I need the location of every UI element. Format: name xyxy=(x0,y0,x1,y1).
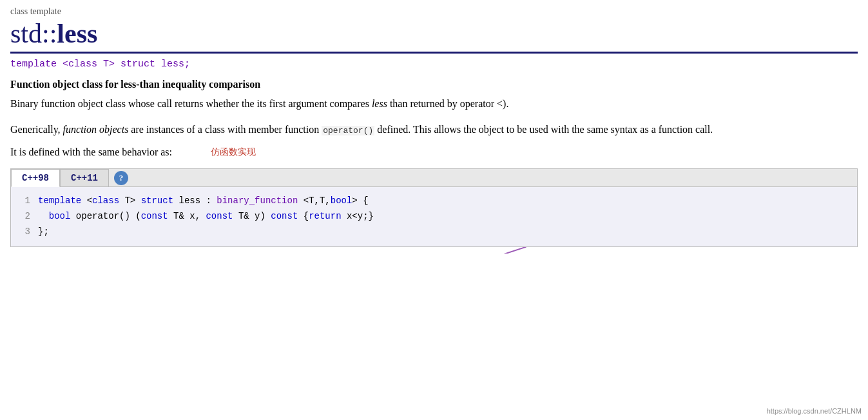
functor-link[interactable]: 仿函数实现 xyxy=(211,146,256,158)
desc1-italic: less xyxy=(372,98,387,109)
kw-const-1: const xyxy=(141,211,168,221)
tabs-header: C++98 C++11 ? xyxy=(11,169,857,187)
code-line-2: 2 bool operator() (const T& x, const T& … xyxy=(21,209,847,225)
kw-const-2: const xyxy=(206,211,233,221)
tab-cpp98[interactable]: C++98 xyxy=(11,169,60,187)
desc2-italic: function objects xyxy=(63,124,129,135)
code-content-3: }; xyxy=(38,225,49,240)
divider-top xyxy=(10,52,858,54)
desc1-pre: Binary function object class whose call … xyxy=(10,98,372,109)
svg-line-0 xyxy=(189,247,526,254)
kw-binary-1: binary_function xyxy=(217,195,298,206)
same-behavior-row: It is defined with the same behavior as:… xyxy=(10,146,858,158)
desc2-end: defined. This allows the object to be us… xyxy=(374,124,713,135)
description-para-3: It is defined with the same behavior as: xyxy=(10,146,172,158)
main-title: std::less xyxy=(10,18,858,49)
class-type-label: class template xyxy=(10,6,858,17)
line-num-2: 2 xyxy=(21,209,30,225)
code-text-1a: < xyxy=(87,195,92,206)
tab-cpp11[interactable]: C++11 xyxy=(60,169,109,186)
section-heading: Function object class for less-than ineq… xyxy=(10,79,858,90)
kw-struct-1: struct xyxy=(141,195,173,206)
desc2-mid: are instances of a class with member fun… xyxy=(128,124,322,135)
code-signature: template <class T> struct less; xyxy=(10,59,858,70)
kw-return-1: return xyxy=(309,211,341,221)
kw-const-3: const xyxy=(271,211,298,221)
kw-bool-2: bool xyxy=(49,211,71,221)
description-para-1: Binary function object class whose call … xyxy=(10,95,858,112)
code-block: 1 template <class T> struct less : binar… xyxy=(11,187,857,246)
desc2-inline-code: operator() xyxy=(322,126,374,135)
title-name: less xyxy=(57,19,97,48)
help-icon[interactable]: ? xyxy=(114,171,128,185)
code-content-1: template <class T> struct less : binary_… xyxy=(38,194,369,209)
line-num-1: 1 xyxy=(21,194,30,209)
desc1-cont: than returned by operator <). xyxy=(387,98,509,109)
desc2-pre: Generically, xyxy=(10,124,63,135)
line-num-3: 3 xyxy=(21,225,30,240)
kw-class-1: class xyxy=(92,195,119,206)
title-prefix: std:: xyxy=(10,19,57,48)
code-content-2: bool operator() (const T& x, const T& y)… xyxy=(38,209,374,225)
kw-template-1: template xyxy=(38,195,81,206)
code-line-1: 1 template <class T> struct less : binar… xyxy=(21,194,847,209)
code-line-3: 3 }; xyxy=(21,225,847,240)
kw-bool-1: bool xyxy=(331,195,352,206)
tabs-container: C++98 C++11 ? 1 template <class T> struc… xyxy=(10,168,858,246)
page-wrapper: class template std::less template <class… xyxy=(10,6,858,247)
description-para-2: Generically, function objects are instan… xyxy=(10,121,858,138)
